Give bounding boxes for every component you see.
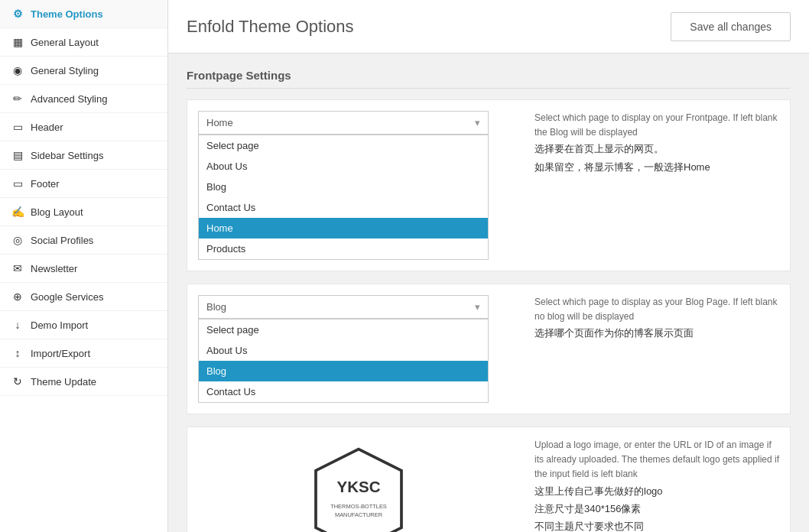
sidebar-item-label: Demo Import [31,320,88,331]
sidebar-item-demo-import[interactable]: ↓ Demo Import [0,311,167,339]
sidebar-item-sidebar-settings[interactable]: ▤ Sidebar Settings [0,141,167,170]
frontpage-select-value-1: Home [206,117,233,128]
sidebar-item-label: Google Services [31,291,103,303]
sidebar-item-google-services[interactable]: ⊕ Google Services [0,283,167,311]
dropdown2-item-contact-us[interactable]: Contact Us [199,381,488,402]
sidebar-item-label: Advanced Styling [31,93,107,105]
svg-text:YKSC: YKSC [337,478,381,495]
general-styling-icon: ◉ [11,64,24,76]
dropdown2-item-blog[interactable]: Blog [199,361,488,381]
footer-icon: ▭ [11,177,24,190]
sidebar-item-blog-layout[interactable]: ✍ Blog Layout [0,198,167,226]
sidebar-item-label: Header [31,122,63,133]
demo-import-icon: ↓ [11,319,24,331]
svg-text:THERMOS-BOTTLES: THERMOS-BOTTLES [330,503,387,510]
sidebar-item-footer[interactable]: ▭ Footer [0,170,167,198]
frontpage-select-box-2[interactable]: Blog ▾ [198,295,489,319]
sidebar-item-label: Theme Options [31,8,103,20]
theme-options-icon: ⚙ [11,8,24,20]
advanced-styling-icon: ✏ [11,92,24,105]
sidebar-item-social-profiles[interactable]: ◎ Social Profiles [0,226,167,255]
sidebar-item-header[interactable]: ▭ Header [0,113,167,141]
sidebar-item-general-styling[interactable]: ◉ General Styling [0,57,167,85]
frontpage-field-row-1: Home ▾ Select page About Us Blog Contact… [187,99,791,271]
sidebar-item-theme-options[interactable]: ⚙ Theme Options [0,0,167,28]
frontpage-section-title: Frontpage Settings [187,69,791,89]
sidebar-item-newsletter[interactable]: ✉ Newsletter [0,255,167,283]
dropdown-item-products[interactable]: Products [199,238,488,259]
chevron-down-icon: ▾ [475,117,480,128]
sidebar-item-label: Blog Layout [31,206,83,218]
frontpage-desc-1-cn: 选择要在首页上显示的网页。如果留空，将显示博客，一般选择Home [534,140,779,176]
header-icon: ▭ [11,121,24,133]
frontpage-select-value-2: Blog [206,301,226,313]
frontpage-field-row-2: Blog ▾ Select page About Us Blog Contact… [187,284,791,414]
svg-text:MANUFACTURER: MANUFACTURER [335,511,383,518]
dropdown2-item-select-page[interactable]: Select page [199,320,488,340]
google-services-icon: ⊕ [11,290,24,303]
dropdown-item-about-us[interactable]: About Us [199,156,488,177]
main-content: Enfold Theme Options Save all changes Fr… [168,0,809,532]
sidebar-settings-icon: ▤ [11,149,24,161]
sidebar-item-label: Sidebar Settings [31,150,103,161]
logo-desc-en: Upload a logo image, or enter the URL or… [534,438,779,482]
logo-display: YKSC THERMOS-BOTTLES MANUFACTURER [198,446,519,532]
newsletter-icon: ✉ [11,262,24,274]
frontpage-desc-2-cn: 选择哪个页面作为你的博客展示页面 [534,324,779,342]
save-button[interactable]: Save all changes [671,12,791,41]
sidebar: ⚙ Theme Options ▦ General Layout ◉ Gener… [0,0,168,532]
dropdown-item-home[interactable]: Home [199,218,488,238]
theme-update-icon: ↻ [11,375,24,388]
dropdown-item-select-page[interactable]: Select page [199,135,488,156]
frontpage-dropdown-list-1: Select page About Us Blog Contact Us Hom… [198,135,489,260]
logo-right: Upload a logo image, or enter the URL or… [534,438,779,532]
field-left-1: Home ▾ Select page About Us Blog Contact… [198,111,519,260]
general-layout-icon: ▦ [11,36,24,48]
frontpage-dropdown-list-2: Select page About Us Blog Contact Us [198,319,489,403]
sidebar-item-general-layout[interactable]: ▦ General Layout [0,28,167,57]
sidebar-item-label: Import/Export [31,348,90,359]
sidebar-item-label: General Layout [31,37,99,48]
sidebar-item-label: General Styling [31,65,99,76]
page-title: Enfold Theme Options [187,17,354,37]
sidebar-item-theme-update[interactable]: ↻ Theme Update [0,368,167,396]
field-right-1: Select which page to display on your Fro… [534,111,779,176]
social-profiles-icon: ◎ [11,234,24,246]
hexagon-shape: YKSC THERMOS-BOTTLES MANUFACTURER [309,446,408,532]
logo-and-annotation: YKSC THERMOS-BOTTLES MANUFACTURER ✕ Uplo… [198,438,779,532]
dropdown-item-contact-us[interactable]: Contact Us [199,197,488,218]
content-area: Frontpage Settings Home ▾ Select page Ab… [168,54,809,532]
logo-left: YKSC THERMOS-BOTTLES MANUFACTURER ✕ [198,438,519,532]
sidebar-item-import-export[interactable]: ↕ Import/Export [0,339,167,368]
frontpage-select-box-1[interactable]: Home ▾ [198,111,489,135]
logo-section: YKSC THERMOS-BOTTLES MANUFACTURER ✕ Uplo… [187,427,791,532]
frontpage-desc-1-en: Select which page to display on your Fro… [534,111,779,140]
sidebar-item-label: Theme Update [31,376,96,388]
dropdown2-item-about-us[interactable]: About Us [199,340,488,361]
chevron-down-icon-2: ▾ [475,301,480,313]
field-right-2: Select which page to display as your Blo… [534,295,779,342]
import-export-icon: ↕ [11,347,24,359]
sidebar-item-label: Footer [31,178,60,190]
blog-layout-icon: ✍ [11,206,24,218]
frontpage-desc-2-en: Select which page to display as your Blo… [534,295,779,324]
logo-desc-cn: 这里上传自己事先做好的logo 注意尺寸是340*156像素 不同主题尺寸要求也… [534,482,779,532]
sidebar-item-label: Social Profiles [31,235,93,246]
hexagon-wrapper: YKSC THERMOS-BOTTLES MANUFACTURER [305,446,412,532]
topbar: Enfold Theme Options Save all changes [168,0,809,54]
dropdown-item-blog[interactable]: Blog [199,177,488,197]
sidebar-item-label: Newsletter [31,263,77,274]
field-left-2: Blog ▾ Select page About Us Blog Contact… [198,295,519,403]
sidebar-item-advanced-styling[interactable]: ✏ Advanced Styling [0,85,167,113]
